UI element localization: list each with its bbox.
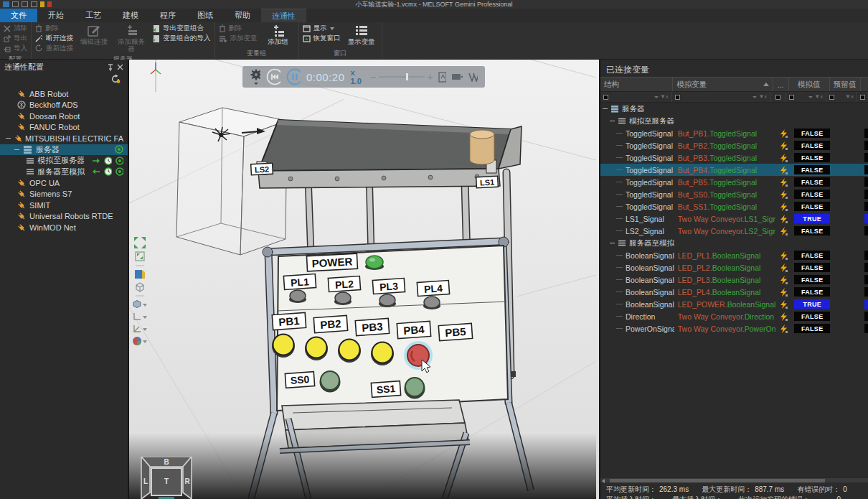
tab-help[interactable]: 帮助 bbox=[224, 9, 261, 22]
tree-item-mitsubishi-electric-fa[interactable]: MITSUBISHI ELECTRIC FA bbox=[0, 133, 128, 144]
tree-item-server[interactable]: 服务器 bbox=[0, 144, 128, 156]
filter-structure[interactable]: ▼x bbox=[600, 92, 672, 102]
collapse-icon[interactable] bbox=[603, 106, 608, 111]
rewind-button[interactable] bbox=[266, 68, 280, 85]
filter-more[interactable] bbox=[770, 92, 786, 102]
scrollbar-thumb[interactable] bbox=[610, 479, 825, 482]
export-button[interactable]: 导出 bbox=[4, 34, 27, 43]
tree-item-siemens-s7[interactable]: Siemens S7 bbox=[0, 189, 128, 200]
filter-sim-variable[interactable]: ▼x bbox=[672, 92, 770, 102]
clear-button[interactable]: 清除 bbox=[4, 24, 27, 33]
filter-dropdown-icon[interactable] bbox=[808, 96, 813, 98]
variable-row[interactable]: BooleanSignal LED_PL1.BooleanSignal FALS… bbox=[600, 249, 868, 261]
ss1-selector[interactable] bbox=[405, 378, 425, 399]
tree-item-server-to-sim[interactable]: 服务器至模拟 bbox=[0, 167, 128, 178]
speed-slider[interactable] bbox=[371, 75, 433, 80]
variable-row[interactable]: BooleanSignal LED_POWER.BooleanSignal TR… bbox=[600, 298, 868, 310]
tree-item-winmod-net[interactable]: WinMOD Net bbox=[0, 222, 128, 233]
pb4-button[interactable] bbox=[371, 342, 394, 366]
tree-item-abb-robot[interactable]: ABB Robot bbox=[0, 88, 128, 100]
collapse-icon[interactable] bbox=[14, 147, 19, 152]
zoom-selected-icon[interactable] bbox=[134, 251, 146, 262]
tab-drawing[interactable]: 图纸 bbox=[187, 9, 224, 22]
navcube-right-face[interactable]: R bbox=[184, 477, 190, 485]
group-row-server-to-sim[interactable]: 服务器至模拟 bbox=[600, 237, 868, 249]
tab-file[interactable]: 文件 bbox=[0, 9, 37, 22]
import-button[interactable]: 导入 bbox=[4, 44, 27, 53]
tree-item-opc-ua[interactable]: OPC UA bbox=[0, 177, 128, 189]
variable-row[interactable]: ToggledSignal But_SS0.ToggledSignal FALS… bbox=[600, 188, 868, 200]
render-mode-icon[interactable] bbox=[132, 299, 148, 309]
cylinder-product[interactable] bbox=[470, 130, 494, 164]
filter-clear-icon[interactable]: ▼x bbox=[758, 94, 767, 100]
restore-window-button[interactable]: 恢复窗口 bbox=[303, 34, 341, 43]
variable-row[interactable]: BooleanSignal LED_PL2.BooleanSignal FALS… bbox=[600, 261, 868, 274]
pin-icon[interactable] bbox=[107, 63, 114, 71]
filter-clear-icon[interactable]: ▼x bbox=[814, 94, 823, 100]
tree-item-beckhoff-ads[interactable]: Beckhoff ADS bbox=[0, 100, 128, 111]
column-sim-variable[interactable]: 模拟变量 bbox=[673, 78, 773, 91]
add-group-button[interactable]: 添加组 bbox=[262, 24, 295, 45]
export-pdf-icon[interactable] bbox=[438, 72, 446, 83]
column-reserved-value[interactable]: 预留值 bbox=[830, 78, 861, 91]
variable-row[interactable]: LS2_Signal Two Way Conveyor.LS2_Signal F… bbox=[600, 225, 868, 237]
filter-reserved-value[interactable]: ▼x bbox=[826, 92, 857, 102]
edit-connection-button[interactable]: 编辑连接 bbox=[77, 24, 110, 45]
navcube-back-face[interactable]: B bbox=[164, 458, 169, 466]
tab-process[interactable]: 工艺 bbox=[75, 9, 112, 22]
speed-increase-icon[interactable] bbox=[428, 75, 433, 80]
speed-slider-track[interactable] bbox=[379, 76, 425, 78]
tab-connectivity[interactable]: 连通性 bbox=[261, 9, 306, 22]
variable-row[interactable]: Direction Two Way Conveyor.Direction FAL… bbox=[600, 310, 868, 322]
filter-clear-icon[interactable]: ▼x bbox=[660, 94, 669, 100]
close-icon[interactable] bbox=[117, 64, 123, 70]
zoom-fit-icon[interactable] bbox=[134, 237, 146, 248]
show-variables-button[interactable]: 显示变量 bbox=[345, 24, 378, 45]
pb2-button[interactable] bbox=[305, 337, 328, 361]
3d-viewport[interactable]: LS2 LS1 bbox=[129, 60, 599, 499]
wireframe-cube-icon[interactable] bbox=[134, 281, 146, 292]
settings-gear-icon[interactable] bbox=[250, 69, 260, 85]
filter-clear-icon[interactable]: ▼x bbox=[845, 94, 854, 100]
column-structure[interactable]: 结构 bbox=[600, 78, 673, 91]
variable-row[interactable]: ToggledSignal But_PB1.ToggledSignal FALS… bbox=[600, 127, 868, 139]
collapse-icon[interactable] bbox=[610, 241, 615, 246]
collapse-icon[interactable] bbox=[610, 118, 615, 123]
variable-row[interactable]: ToggledSignal But_SS1.ToggledSignal FALS… bbox=[600, 200, 868, 213]
filter-dropdown-icon[interactable] bbox=[753, 96, 757, 98]
variable-row[interactable]: ToggledSignal But_PB3.ToggledSignal FALS… bbox=[600, 151, 868, 164]
variable-row[interactable]: BooleanSignal LED_PL4.BooleanSignal FALS… bbox=[600, 286, 868, 298]
import-variable-group-button[interactable]: 变量组合的导入 bbox=[152, 34, 211, 43]
variable-row[interactable]: ToggledSignal But_PB5.ToggledSignal FALS… bbox=[600, 176, 868, 188]
tab-program[interactable]: 程序 bbox=[149, 9, 187, 22]
horizontal-scrollbar[interactable] bbox=[600, 477, 868, 482]
group-row-sim-to-server[interactable]: 模拟至服务器 bbox=[600, 115, 868, 127]
render-quality-icon[interactable] bbox=[132, 336, 148, 346]
tab-home[interactable]: 开始 bbox=[37, 9, 75, 22]
navcube-left-face[interactable]: L bbox=[143, 477, 148, 485]
refresh-icon[interactable] bbox=[110, 74, 121, 84]
filter-dropdown-icon[interactable] bbox=[654, 96, 659, 98]
pb1-button[interactable] bbox=[272, 335, 295, 358]
add-variable-button[interactable]: 添加变量 bbox=[219, 34, 258, 43]
variable-row[interactable]: LS1_Signal Two Way Conveyor.LS1_Signal T… bbox=[600, 213, 868, 225]
tree-item-doosan-robot[interactable]: Doosan Robot bbox=[0, 111, 128, 122]
ss0-selector[interactable] bbox=[320, 371, 341, 393]
variable-row[interactable]: PowerOnSignal Two Way Conveyor.PowerOnSi… bbox=[600, 322, 868, 335]
speed-decrease-icon[interactable] bbox=[371, 75, 376, 80]
tree-item-sim-to-server[interactable]: 模拟至服务器 bbox=[0, 155, 128, 167]
add-server-button[interactable]: 添加服务器 bbox=[115, 24, 148, 52]
vargroup-delete-button[interactable]: 删除 bbox=[219, 24, 258, 33]
speed-slider-thumb[interactable] bbox=[406, 73, 408, 80]
origin-axis-icon[interactable] bbox=[132, 324, 148, 334]
tree-item-universal-robots-rtde[interactable]: Universal Robots RTDE bbox=[0, 211, 128, 223]
record-video-icon[interactable] bbox=[452, 73, 463, 81]
variable-row[interactable]: BooleanSignal LED_PL3.BooleanSignal FALS… bbox=[600, 274, 868, 286]
navigation-cube[interactable]: B L T R bbox=[140, 457, 193, 499]
tree-item-fanuc-robot[interactable]: FANUC Robot bbox=[0, 122, 128, 134]
export-variable-group-button[interactable]: 导出变量组合 bbox=[152, 24, 211, 33]
scroll-left-icon[interactable] bbox=[602, 479, 605, 483]
frame-axis-icon[interactable] bbox=[132, 312, 148, 322]
tree-item-simit[interactable]: SIMIT bbox=[0, 200, 128, 211]
reconnect-button[interactable]: 重新连接 bbox=[35, 44, 73, 53]
